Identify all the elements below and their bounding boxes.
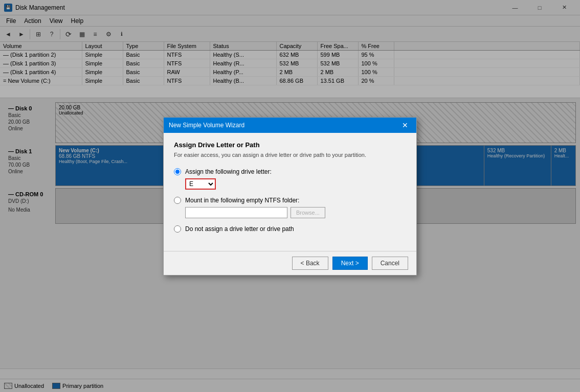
back-button[interactable]: < Back: [292, 257, 328, 270]
folder-path-input[interactable]: [185, 207, 287, 218]
assign-letter-label[interactable]: Assign the following drive letter:: [185, 168, 272, 175]
option2-radio-row: Mount in the following empty NTFS folder…: [174, 197, 406, 204]
option3-radio-row: Do not assign a drive letter or drive pa…: [174, 225, 406, 233]
modal-overlay: New Simple Volume Wizard ✕ Assign Drive …: [0, 0, 580, 392]
wizard-modal: New Simple Volume Wizard ✕ Assign Drive …: [163, 117, 417, 275]
folder-input-row: Browse...: [185, 207, 406, 218]
modal-body: Assign Drive Letter or Path For easier a…: [164, 133, 416, 251]
drive-assignment-options: Assign the following drive letter: E F G…: [174, 168, 406, 233]
drive-letter-select-wrapper: E F G H: [185, 178, 406, 190]
assign-letter-radio[interactable]: [174, 168, 181, 175]
modal-subtext: For easier access, you can assign a driv…: [174, 152, 406, 158]
option1-row: Assign the following drive letter: E F G…: [174, 168, 406, 190]
no-letter-label[interactable]: Do not assign a drive letter or drive pa…: [185, 225, 294, 233]
next-button[interactable]: Next >: [332, 257, 368, 270]
cancel-button[interactable]: Cancel: [372, 257, 408, 270]
mount-folder-radio[interactable]: [174, 197, 181, 204]
modal-title: New Simple Volume Wizard: [169, 122, 399, 129]
modal-header: Assign Drive Letter or Path: [174, 141, 406, 149]
drive-letter-select[interactable]: E F G H: [185, 178, 216, 190]
modal-close-button[interactable]: ✕: [399, 119, 411, 131]
no-letter-radio[interactable]: [174, 225, 181, 233]
modal-footer: < Back Next > Cancel: [164, 251, 416, 275]
option2-row: Mount in the following empty NTFS folder…: [174, 197, 406, 218]
mount-folder-label[interactable]: Mount in the following empty NTFS folder…: [185, 197, 299, 204]
modal-titlebar: New Simple Volume Wizard ✕: [164, 118, 416, 133]
browse-button[interactable]: Browse...: [291, 207, 325, 218]
option1-radio-row: Assign the following drive letter:: [174, 168, 406, 175]
